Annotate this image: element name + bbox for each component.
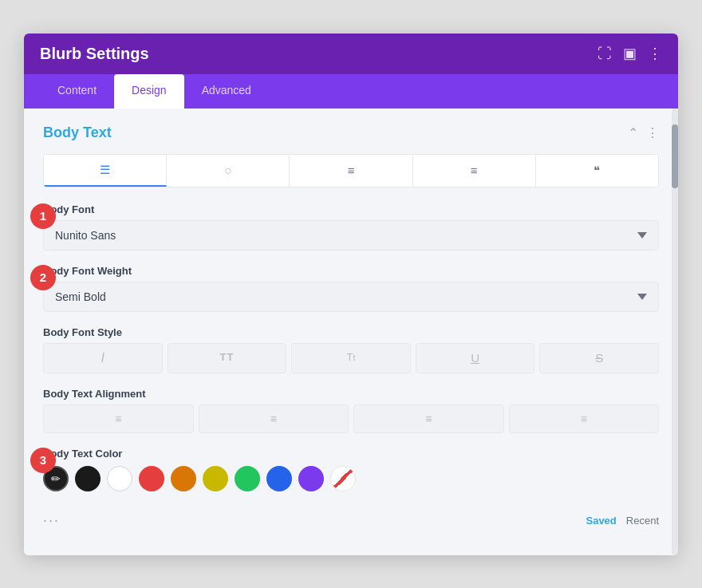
body-text-color-label: Body Text Color [43, 448, 659, 460]
step-2-circle: 2 [30, 265, 56, 290]
body-text-alignment-label: Body Text Alignment [43, 388, 659, 400]
color-swatches: ✏ [43, 466, 659, 491]
bottom-actions: Saved Recent [586, 515, 659, 527]
scrollbar[interactable] [672, 109, 678, 555]
quote-icon: ❝ [594, 164, 600, 178]
split-icon[interactable]: ▣ [623, 45, 637, 62]
yellow-swatch[interactable] [203, 466, 228, 491]
strikethrough-btn[interactable]: S [539, 343, 659, 373]
bottom-bar: ··· Saved Recent [43, 506, 659, 532]
section-title: Body Text [43, 124, 112, 141]
tab-content[interactable]: Content [40, 74, 114, 109]
body-font-label: Body Font [43, 203, 659, 215]
body-font-group: 1 Body Font Nunito Sans Open Sans Roboto… [43, 203, 659, 251]
more-dots[interactable]: ··· [43, 512, 60, 529]
transparent-swatch[interactable] [330, 466, 356, 491]
pencil-icon: ✏ [51, 472, 61, 485]
panel: Blurb Settings ⛶ ▣ ⋮ Content Design Adva… [24, 34, 678, 555]
black-swatch[interactable] [75, 466, 101, 491]
underline-btn[interactable]: U [416, 343, 535, 373]
format-tab-text[interactable]: ☰ [44, 155, 167, 187]
capitalize-btn[interactable]: Tt [291, 343, 411, 373]
expand-icon[interactable]: ⛶ [597, 45, 612, 62]
header-icons: ⛶ ▣ ⋮ [597, 45, 662, 62]
step-3-circle: 3 [30, 448, 56, 473]
step-1-circle: 1 [30, 203, 56, 229]
tab-advanced[interactable]: Advanced [184, 74, 269, 109]
white-swatch[interactable] [107, 466, 132, 491]
format-tabs: ☰ ○ ≡ ≡ ❝ [43, 154, 659, 187]
more-vertical-icon[interactable]: ⋮ [646, 125, 659, 140]
tabs-bar: Content Design Advanced [24, 74, 678, 109]
body-text-alignment-group: Body Text Alignment ≡ ≡ ≡ ≡ [43, 388, 659, 433]
green-swatch[interactable] [235, 466, 260, 491]
format-tab-quote[interactable]: ❝ [536, 155, 658, 187]
uppercase-btn[interactable]: TT [168, 343, 287, 373]
purple-swatch[interactable] [298, 466, 324, 491]
align-center-icon: ≡ [270, 412, 277, 425]
tab-design[interactable]: Design [114, 74, 184, 109]
content-area: Body Text ⌃ ⋮ ☰ ○ ≡ ≡ ❝ [24, 109, 678, 555]
align-center-btn[interactable]: ≡ [199, 404, 349, 433]
panel-header: Blurb Settings ⛶ ▣ ⋮ [24, 34, 678, 74]
more-icon[interactable]: ⋮ [648, 45, 662, 62]
style-buttons: I TT Tt U S [43, 343, 659, 373]
saved-button[interactable]: Saved [586, 515, 616, 527]
align-left-icon: ≡ [115, 412, 121, 425]
body-font-weight-label: Body Font Weight [43, 265, 659, 277]
indent-icon: ≡ [471, 164, 478, 177]
format-tab-indent[interactable]: ≡ [413, 155, 536, 187]
format-tab-list[interactable]: ≡ [290, 155, 412, 187]
list-icon: ≡ [348, 164, 355, 177]
align-lines-icon: ☰ [100, 163, 110, 177]
section-header: Body Text ⌃ ⋮ [43, 124, 659, 141]
align-right-icon: ≡ [425, 412, 432, 425]
align-left-btn[interactable]: ≡ [43, 404, 194, 433]
align-right-btn[interactable]: ≡ [353, 404, 504, 433]
chevron-up-icon[interactable]: ⌃ [628, 125, 638, 140]
paint-icon: ○ [224, 164, 232, 178]
align-justify-btn[interactable]: ≡ [509, 404, 660, 433]
amber-swatch[interactable] [171, 466, 196, 491]
italic-btn[interactable]: I [43, 343, 163, 373]
body-font-style-group: Body Font Style I TT Tt U S [43, 326, 659, 373]
format-tab-paint[interactable]: ○ [167, 155, 290, 187]
body-font-style-label: Body Font Style [43, 326, 659, 338]
body-text-color-group: 3 Body Text Color ✏ [43, 448, 659, 491]
recent-button[interactable]: Recent [626, 515, 659, 527]
align-justify-icon: ≡ [581, 412, 587, 425]
red-swatch[interactable] [139, 466, 164, 491]
align-buttons: ≡ ≡ ≡ ≡ [43, 404, 659, 433]
section-header-icons: ⌃ ⋮ [628, 125, 659, 140]
body-font-select[interactable]: Nunito Sans Open Sans Roboto Lato [43, 220, 659, 251]
body-font-weight-group: 2 Body Font Weight Thin Light Regular Se… [43, 265, 659, 312]
blue-swatch[interactable] [266, 466, 292, 491]
scrollbar-thumb[interactable] [672, 124, 678, 188]
panel-title: Blurb Settings [40, 45, 149, 63]
body-font-weight-select[interactable]: Thin Light Regular Semi Bold Bold Extra … [43, 282, 659, 312]
